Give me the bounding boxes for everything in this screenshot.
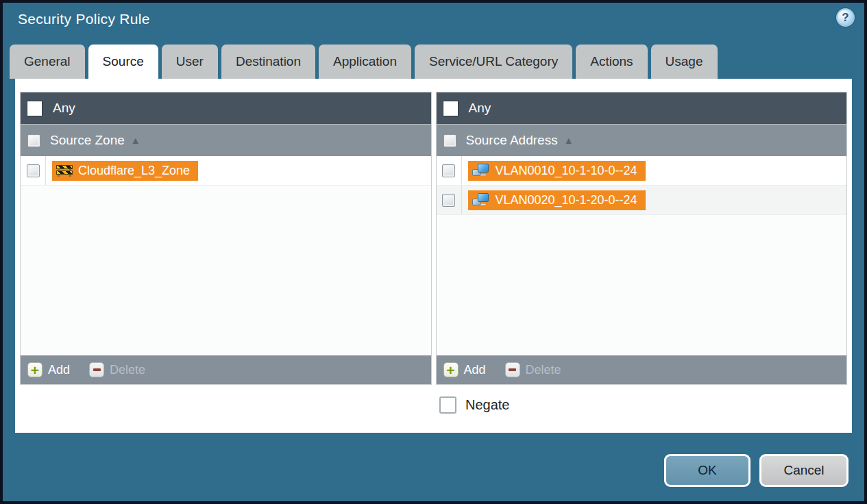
tab-destination[interactable]: Destination <box>221 45 315 79</box>
source-address-any-checkbox[interactable] <box>443 101 459 116</box>
source-zone-any-checkbox[interactable] <box>27 101 42 116</box>
negate-checkbox[interactable] <box>439 396 456 414</box>
delete-zone-button[interactable]: Delete <box>89 362 145 377</box>
source-zone-any-header: Any <box>21 92 431 124</box>
tab-actions[interactable]: Actions <box>576 45 647 79</box>
source-address-select-all-checkbox[interactable] <box>443 134 456 147</box>
source-zone-toolbar: + Add Delete <box>21 355 431 384</box>
source-address-any-label: Any <box>469 101 491 116</box>
cancel-button[interactable]: Cancel <box>759 454 848 487</box>
source-zone-any-label: Any <box>53 101 75 116</box>
plus-icon: + <box>443 362 459 377</box>
table-row[interactable]: VLAN0020_10-1-20-0--24 <box>437 186 847 215</box>
add-zone-button[interactable]: + Add <box>27 362 70 377</box>
help-icon[interactable]: ? <box>836 8 855 27</box>
source-address-toolbar: + Add Delete <box>437 355 847 384</box>
tab-usage[interactable]: Usage <box>651 45 718 79</box>
plus-icon: + <box>27 362 42 377</box>
zone-icon <box>56 165 73 177</box>
sort-asc-icon: ▲ <box>564 135 574 146</box>
source-address-list: VLAN0010_10-1-10-0--24 VLAN0020_10-1-20-… <box>437 156 847 355</box>
address-icon <box>472 193 490 207</box>
table-row[interactable]: Cloudflare_L3_Zone <box>21 156 431 186</box>
zone-tag[interactable]: Cloudflare_L3_Zone <box>52 161 198 181</box>
source-address-column-label: Source Address <box>466 133 558 148</box>
dialog-title: Security Policy Rule <box>18 11 150 27</box>
address-tag[interactable]: VLAN0010_10-1-10-0--24 <box>468 161 646 181</box>
tab-service-url-category[interactable]: Service/URL Category <box>415 45 572 79</box>
source-zone-select-all-checkbox[interactable] <box>27 134 40 147</box>
source-zone-list: Cloudflare_L3_Zone <box>21 156 431 355</box>
tab-application[interactable]: Application <box>319 45 411 79</box>
table-row[interactable]: VLAN0010_10-1-10-0--24 <box>437 156 847 186</box>
source-address-panel: Any Source Address ▲ <box>436 92 848 385</box>
address-name: VLAN0020_10-1-20-0--24 <box>496 193 637 207</box>
tab-source[interactable]: Source <box>88 45 158 79</box>
minus-icon <box>505 362 520 377</box>
source-address-any-header: Any <box>437 92 847 124</box>
security-policy-rule-dialog: Security Policy Rule ? General Source Us… <box>0 0 867 504</box>
row-checkbox[interactable] <box>442 194 455 207</box>
sort-asc-icon: ▲ <box>131 135 141 146</box>
address-icon <box>472 164 490 177</box>
row-checkbox[interactable] <box>442 164 455 177</box>
tab-bar: General Source User Destination Applicat… <box>10 45 718 79</box>
zone-name: Cloudflare_L3_Zone <box>78 164 190 178</box>
source-zone-panel: Any Source Zone ▲ <box>20 92 432 385</box>
tab-user[interactable]: User <box>162 45 218 79</box>
row-checkbox[interactable] <box>27 164 40 177</box>
address-name: VLAN0010_10-1-10-0--24 <box>496 164 637 178</box>
tab-general[interactable]: General <box>10 45 85 79</box>
address-tag[interactable]: VLAN0020_10-1-20-0--24 <box>468 190 646 210</box>
ok-button[interactable]: OK <box>664 454 750 487</box>
source-tab-content: Any Source Zone ▲ <box>15 79 852 433</box>
negate-row: Negate <box>439 396 852 414</box>
negate-label: Negate <box>465 397 510 413</box>
source-zone-column-label: Source Zone <box>50 133 125 148</box>
source-address-column-header[interactable]: Source Address ▲ <box>437 124 847 156</box>
minus-icon <box>89 362 104 377</box>
dialog-actions: OK Cancel <box>664 454 848 487</box>
delete-address-button[interactable]: Delete <box>505 362 561 377</box>
source-zone-column-header[interactable]: Source Zone ▲ <box>21 124 431 156</box>
add-address-button[interactable]: + Add <box>443 362 486 377</box>
